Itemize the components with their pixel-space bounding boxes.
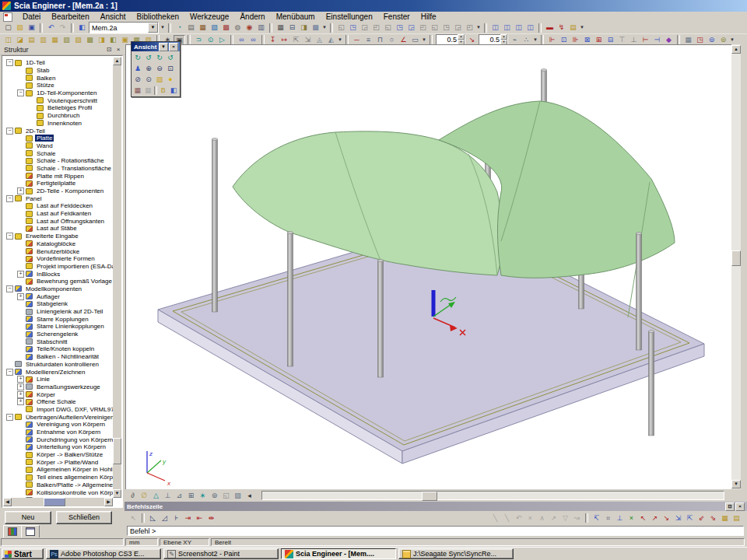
tree-item-label[interactable]: Fertigteilplatte bbox=[35, 180, 77, 187]
tree-item-label[interactable]: Benutzerblöcke bbox=[35, 248, 81, 255]
menu-ansicht[interactable]: Ansicht bbox=[95, 12, 132, 21]
pan-tool-icon[interactable]: ⊃ bbox=[193, 35, 205, 45]
tree-item[interactable]: Liniengelenk auf 2D-Teil bbox=[3, 308, 113, 316]
chart-tool-icon[interactable]: ▣ bbox=[119, 35, 131, 45]
menu-men-baum[interactable]: Menübaum bbox=[271, 12, 321, 21]
scroll-down-icon[interactable]: ▼ bbox=[113, 489, 121, 498]
ansicht-palette-titlebar[interactable]: Ansicht ▼ × bbox=[132, 42, 180, 51]
zoom-in-icon[interactable]: ⊕ bbox=[143, 64, 154, 74]
tree-item-label[interactable]: Voutenquerschnitt bbox=[46, 97, 99, 104]
clipboard-icon[interactable]: ▤ bbox=[567, 23, 579, 33]
perpendicular-view-icon[interactable]: ⊥ bbox=[162, 491, 174, 501]
arc-mode-icon[interactable]: ↶ bbox=[513, 513, 524, 523]
tree-horizontal-scrollbar[interactable]: ◀ ▶ bbox=[3, 498, 113, 506]
tree-item-label[interactable]: Erweiterte Eingabe bbox=[24, 233, 80, 240]
spinner-arrows[interactable]: ▲▼ bbox=[500, 34, 507, 45]
window-arrange-icon[interactable]: ◱ bbox=[429, 23, 440, 33]
tree-expander[interactable]: + bbox=[17, 271, 24, 278]
view-window-icon[interactable]: ◫ bbox=[524, 23, 536, 33]
snap-settings-icon[interactable]: ▤ bbox=[731, 513, 742, 523]
chevron-down-icon[interactable]: ▼ bbox=[159, 43, 168, 51]
tree-item-label[interactable]: Import DWG, DXF, VRML97 bbox=[35, 406, 113, 413]
copy-tool-icon[interactable]: ↦ bbox=[279, 35, 290, 45]
play-tool-icon[interactable]: ▷ bbox=[216, 35, 228, 45]
cursor-snap-icon[interactable]: ↸ bbox=[591, 513, 602, 523]
hide-elements-icon[interactable]: ▬ bbox=[544, 23, 556, 33]
axo-view-icon[interactable]: ⊿ bbox=[174, 491, 185, 501]
vertex-mode-icon[interactable]: ∧ bbox=[536, 513, 548, 523]
tree-item[interactable]: +InBlocks bbox=[3, 270, 113, 278]
tree-item-label[interactable]: Scherengelenk bbox=[35, 331, 79, 338]
project-data-icon[interactable]: ◔ bbox=[174, 23, 185, 33]
schliessen-button[interactable]: Schließen bbox=[56, 511, 112, 524]
rotate-view-icon[interactable]: ↻ bbox=[132, 53, 143, 63]
plane-mode-icon[interactable]: ▽ bbox=[559, 513, 571, 523]
tree-expander[interactable]: − bbox=[6, 414, 13, 421]
snap-grid-icon[interactable]: ⌗ bbox=[602, 513, 614, 523]
tree-item[interactable]: −2D-Teil bbox=[3, 127, 113, 135]
shading-icon[interactable]: △ bbox=[150, 491, 162, 501]
tree-item[interactable]: Projekt importieren (ESA-Datei) bbox=[3, 263, 113, 271]
window-arrange-icon[interactable]: ◰ bbox=[417, 23, 429, 33]
axis-tool-icon[interactable]: ⊦ bbox=[170, 513, 182, 523]
close-icon[interactable]: × bbox=[114, 45, 123, 54]
tree-item-label[interactable]: Balken/Platte -> Allgemeiner Körp bbox=[35, 481, 113, 488]
tree-item[interactable]: Last auf Felddecken bbox=[3, 202, 113, 210]
tree-item[interactable]: Schale - Translationsfläche bbox=[3, 165, 113, 173]
tree-item[interactable]: Balken bbox=[3, 74, 113, 82]
new-icon[interactable]: ▢ bbox=[2, 23, 14, 33]
tree-expander[interactable]: − bbox=[6, 195, 13, 202]
tree-expander[interactable]: + bbox=[17, 383, 24, 390]
multiline-draw-icon[interactable]: ≡ bbox=[363, 35, 374, 45]
snap-intersection-icon[interactable]: × bbox=[626, 513, 637, 523]
tree-item[interactable]: −Erweiterte Eingabe bbox=[3, 233, 113, 240]
tree-expander[interactable]: − bbox=[17, 89, 24, 96]
zoom-all-icon[interactable]: ⊘ bbox=[132, 75, 143, 85]
hide-selection-icon[interactable]: ∅ bbox=[139, 491, 150, 501]
open-icon[interactable]: ▨ bbox=[14, 23, 26, 33]
vector-mode-icon[interactable]: ↗ bbox=[548, 513, 559, 523]
tree-item[interactable]: −Modellkomponenten bbox=[3, 285, 113, 293]
taskbar-task[interactable]: J:\Seagate Sync\SyncRe... bbox=[398, 548, 514, 559]
menu-werkzeuge[interactable]: Werkzeuge bbox=[184, 12, 234, 21]
tracking-tool-icon[interactable]: ⇤ bbox=[194, 513, 205, 523]
chart-tool-icon[interactable]: ◧ bbox=[107, 35, 119, 45]
line-draw-icon[interactable]: ─ bbox=[351, 35, 363, 45]
member-tool-icon[interactable]: ⊠ bbox=[581, 35, 593, 45]
tree-item[interactable]: Scherengelenk bbox=[3, 331, 113, 338]
tree-item-label[interactable]: Stabgelenk bbox=[35, 300, 69, 307]
zoom-window-icon[interactable]: ⊡ bbox=[165, 64, 176, 74]
rotate-view-icon[interactable]: ↺ bbox=[165, 53, 176, 63]
tree-item[interactable]: Teil eines allgemeinen Körpers zu bbox=[3, 474, 113, 481]
tree-expander[interactable]: + bbox=[17, 376, 24, 383]
close-icon[interactable]: × bbox=[735, 502, 745, 511]
window-arrange-icon[interactable]: ◲ bbox=[452, 23, 464, 33]
tree-item[interactable]: Wand bbox=[3, 142, 113, 150]
rotate-view-icon[interactable]: ↻ bbox=[154, 53, 165, 63]
node-tool-icon[interactable]: ◆ bbox=[663, 35, 675, 45]
tree-item[interactable]: −1D-Teil bbox=[3, 59, 113, 67]
tree-item-label[interactable]: Balken bbox=[35, 75, 57, 82]
snap-endpoint-icon[interactable]: ↖ bbox=[637, 513, 649, 523]
tree-item-label[interactable]: Entnahme von Körpern bbox=[35, 429, 102, 436]
tree-item-label[interactable]: Modellkomponenten bbox=[24, 285, 83, 292]
draw-overflow-chevron[interactable]: ▼ bbox=[421, 35, 427, 45]
tree-item-label[interactable]: Last auf Felddecken bbox=[35, 202, 94, 209]
chart-tool-icon[interactable]: ▤ bbox=[26, 35, 37, 45]
angle-draw-icon[interactable]: ∠ bbox=[398, 35, 409, 45]
tree-item-label[interactable]: Körper bbox=[35, 391, 57, 398]
delete-tool-icon[interactable]: ↯ bbox=[556, 23, 567, 33]
pin-icon[interactable]: ⊡ bbox=[725, 502, 735, 511]
window-arrange-icon[interactable]: ◳ bbox=[440, 23, 452, 33]
tree-item[interactable]: Voutenquerschnitt bbox=[3, 96, 113, 104]
tree-item-label[interactable]: Platte mit Rippen bbox=[35, 173, 86, 180]
tree-item-label[interactable]: Starre Kopplungen bbox=[35, 316, 90, 323]
scroll-left-icon[interactable]: ◀ bbox=[3, 498, 12, 506]
3d-viewport[interactable]: z y x bbox=[125, 44, 731, 489]
scroll-up-icon[interactable]: ▲ bbox=[731, 45, 741, 54]
member-tool-icon[interactable]: ⊤ bbox=[616, 35, 628, 45]
tree-item[interactable]: Entnahme von Körpern bbox=[3, 429, 113, 436]
tree-item-label[interactable]: Vereinigung von Körpern bbox=[35, 421, 107, 428]
tree-item[interactable]: +Auflager bbox=[3, 292, 113, 300]
image-export-icon[interactable]: ▩ bbox=[310, 23, 321, 33]
